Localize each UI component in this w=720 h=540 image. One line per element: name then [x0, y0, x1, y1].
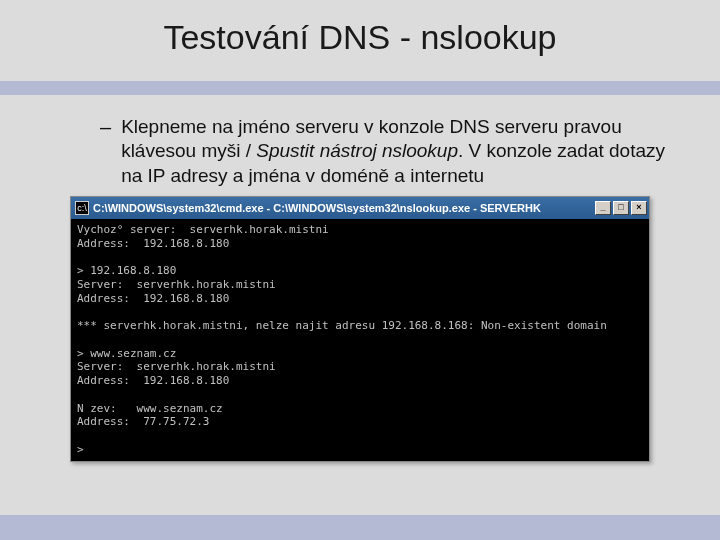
cmd-window: c:\ C:\WINDOWS\system32\cmd.exe - C:\WIN… — [70, 196, 650, 462]
terminal-output[interactable]: Vychoz° server: serverhk.horak.mistni Ad… — [71, 219, 649, 461]
slide: Testování DNS - nslookup – Klepneme na j… — [0, 0, 720, 540]
bullet-text: Klepneme na jméno serveru v konzole DNS … — [121, 115, 670, 188]
cmd-icon: c:\ — [75, 201, 89, 215]
close-button[interactable]: × — [631, 201, 647, 215]
minimize-button[interactable]: _ — [595, 201, 611, 215]
window-titlebar[interactable]: c:\ C:\WINDOWS\system32\cmd.exe - C:\WIN… — [71, 197, 649, 219]
content-area: – Klepneme na jméno serveru v konzole DN… — [0, 95, 720, 515]
slide-title: Testování DNS - nslookup — [0, 18, 720, 57]
maximize-button[interactable]: □ — [613, 201, 629, 215]
window-controls: _ □ × — [595, 201, 647, 215]
bullet-item: – Klepneme na jméno serveru v konzole DN… — [100, 115, 670, 188]
bullet-text-italic: Spustit nástroj nslookup — [256, 140, 458, 161]
bullet-dash: – — [100, 115, 111, 188]
window-title: C:\WINDOWS\system32\cmd.exe - C:\WINDOWS… — [93, 202, 595, 214]
title-band: Testování DNS - nslookup — [0, 0, 720, 81]
